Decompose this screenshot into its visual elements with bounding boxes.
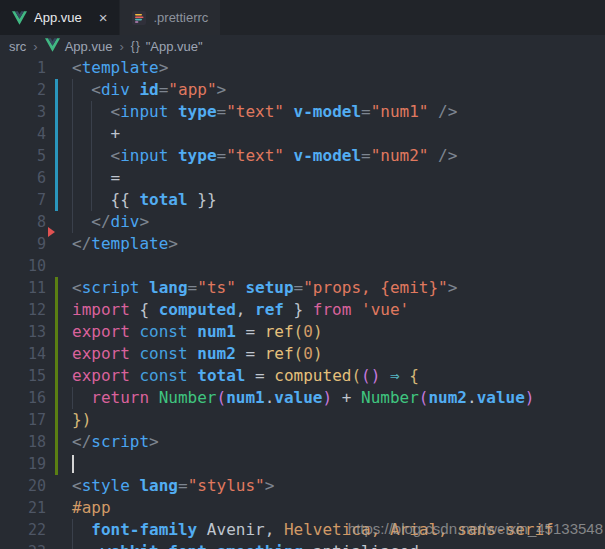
token: "text" xyxy=(226,146,284,165)
token: return xyxy=(91,388,149,407)
git-gutter-bar xyxy=(55,123,58,145)
token: template xyxy=(91,234,168,253)
code-line[interactable]: 17}) xyxy=(0,409,605,431)
token: num1 xyxy=(197,322,236,341)
token: < xyxy=(72,58,82,77)
line-number[interactable]: 22 xyxy=(0,519,46,541)
line-number[interactable]: 16 xyxy=(0,387,46,409)
line-number[interactable]: 18 xyxy=(0,431,46,453)
breadcrumb-item-app-vue[interactable]: {}"App.vue" xyxy=(131,39,203,54)
code-line[interactable]: 18</script> xyxy=(0,431,605,453)
code-line[interactable]: 6 = xyxy=(0,167,605,189)
indent-guide xyxy=(72,387,73,409)
tab-prettierrc[interactable]: .prettierrc xyxy=(120,0,221,35)
code-editor[interactable]: 1<template>2 <div id="app">3 <input type… xyxy=(0,57,605,549)
code-line[interactable]: 5 <input type="text" v-model="num2" /> xyxy=(0,145,605,167)
breadcrumb-item-app-vue[interactable]: App.vue xyxy=(45,38,113,55)
token: ref xyxy=(265,344,294,363)
code-line[interactable]: 11<script lang="ts" setup="props, {emit}… xyxy=(0,277,605,299)
code-line[interactable]: 9</template> xyxy=(0,233,605,255)
code-line[interactable]: 13export const num1 = ref(0) xyxy=(0,321,605,343)
token: = xyxy=(361,102,371,121)
line-number[interactable]: 20 xyxy=(0,475,46,497)
token: 'vue' xyxy=(361,300,409,319)
token: value xyxy=(477,388,525,407)
token xyxy=(72,212,91,231)
token: total xyxy=(139,190,187,209)
code-text: + xyxy=(72,123,120,145)
line-number[interactable]: 5 xyxy=(0,145,46,167)
git-gutter-bar xyxy=(55,189,58,211)
line-number[interactable]: 17 xyxy=(0,409,46,431)
code-text: {{ total }} xyxy=(72,189,217,211)
token: lang xyxy=(139,476,178,495)
code-line[interactable]: 20<style lang="stylus"> xyxy=(0,475,605,497)
git-gutter-bar xyxy=(55,409,58,431)
line-number[interactable]: 7 xyxy=(0,189,46,211)
token: "text" xyxy=(226,102,284,121)
token: }} xyxy=(188,190,217,209)
token: Number xyxy=(159,388,217,407)
code-line[interactable]: 14export const num2 = ref(0) xyxy=(0,343,605,365)
code-line[interactable]: 10 xyxy=(0,255,605,277)
code-line[interactable]: 16 return Number(num1.value) + Number(nu… xyxy=(0,387,605,409)
code-line[interactable]: 12import { computed, ref } from 'vue' xyxy=(0,299,605,321)
token: ⇒ xyxy=(390,366,400,385)
code-line[interactable]: 23 -webkit-font-smoothing antialiased xyxy=(0,541,605,549)
git-gutter-bar xyxy=(55,497,58,519)
line-number[interactable]: 13 xyxy=(0,321,46,343)
code-line[interactable]: 3 <input type="text" v-model="num1" /> xyxy=(0,101,605,123)
line-number[interactable]: 3 xyxy=(0,101,46,123)
indent-guide xyxy=(91,145,92,167)
line-number[interactable]: 12 xyxy=(0,299,46,321)
git-gutter-bar xyxy=(55,255,58,277)
git-gutter-bar xyxy=(55,321,58,343)
indent-guide xyxy=(72,519,73,541)
code-line[interactable]: 15export const total = computed(() ⇒ { xyxy=(0,365,605,387)
code-line[interactable]: 2 <div id="app"> xyxy=(0,79,605,101)
line-number[interactable]: 2 xyxy=(0,79,46,101)
token: = xyxy=(217,102,227,121)
code-line[interactable]: 7 {{ total }} xyxy=(0,189,605,211)
token: = xyxy=(178,476,188,495)
line-number[interactable]: 9 xyxy=(0,233,46,255)
token: input xyxy=(120,146,168,165)
tab-app-vue[interactable]: App.vue× xyxy=(0,0,120,35)
line-number[interactable]: 8 xyxy=(0,211,46,233)
git-gutter-bar xyxy=(55,211,58,233)
token: () xyxy=(361,366,380,385)
token: {{ xyxy=(72,190,139,209)
line-number[interactable]: 11 xyxy=(0,277,46,299)
breadcrumb-item-src[interactable]: src xyxy=(9,39,26,54)
token: "num2" xyxy=(371,146,429,165)
token: export xyxy=(72,344,130,363)
code-line[interactable]: 4 + xyxy=(0,123,605,145)
line-number[interactable]: 4 xyxy=(0,123,46,145)
code-line[interactable]: 8 </div> xyxy=(0,211,605,233)
breadcrumb-label: src xyxy=(9,39,26,54)
token: + xyxy=(332,388,361,407)
watermark-text: https://blog.csdn.net/weixin_45133548 xyxy=(348,520,603,537)
code-line[interactable]: 19 xyxy=(0,453,605,475)
token xyxy=(380,366,390,385)
code-text: <script lang="ts" setup="props, {emit}"> xyxy=(72,277,457,299)
code-line[interactable]: 21#app xyxy=(0,497,605,519)
line-number[interactable]: 21 xyxy=(0,497,46,519)
token: ) xyxy=(313,322,323,341)
line-number[interactable]: 23 xyxy=(0,541,46,549)
token: /> xyxy=(438,146,457,165)
line-number[interactable]: 6 xyxy=(0,167,46,189)
line-number[interactable]: 1 xyxy=(0,57,46,79)
line-number[interactable]: 15 xyxy=(0,365,46,387)
line-number[interactable]: 10 xyxy=(0,255,46,277)
line-number[interactable]: 14 xyxy=(0,343,46,365)
breadcrumb-separator-icon: › xyxy=(33,39,37,54)
token: ref xyxy=(255,300,284,319)
line-number[interactable]: 19 xyxy=(0,453,46,475)
token xyxy=(130,344,140,363)
token: "app" xyxy=(168,80,216,99)
close-tab-icon[interactable]: × xyxy=(99,10,108,25)
code-line[interactable]: 1<template> xyxy=(0,57,605,79)
token: > xyxy=(265,476,275,495)
token xyxy=(236,278,246,297)
